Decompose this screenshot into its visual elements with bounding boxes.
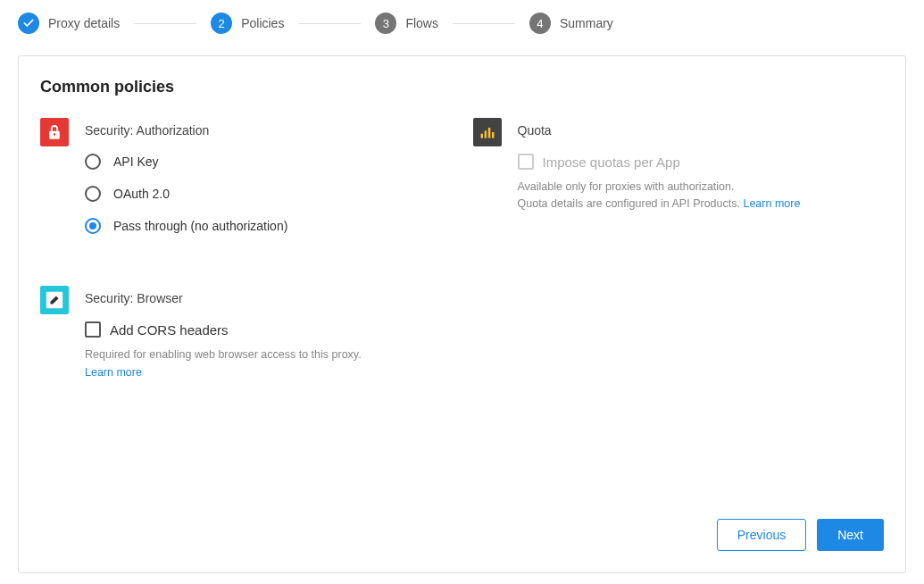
wizard-footer: Previous Next xyxy=(717,519,884,551)
policies-panel: Common policies Security: Authorization … xyxy=(18,55,906,573)
step-connector xyxy=(298,23,361,24)
svg-rect-3 xyxy=(480,134,483,138)
step-flows[interactable]: 3 Flows xyxy=(375,13,438,34)
radio-icon xyxy=(85,154,101,170)
radio-pass-through[interactable]: Pass through (no authorization) xyxy=(85,218,452,234)
radio-icon xyxy=(85,186,101,202)
next-button[interactable]: Next xyxy=(817,519,884,551)
security-auth-title: Security: Authorization xyxy=(85,123,452,138)
pencil-icon xyxy=(40,286,69,314)
step-proxy-details[interactable]: Proxy details xyxy=(18,13,120,34)
quota-help-text-1: Available only for proxies with authoriz… xyxy=(518,179,885,196)
checkbox-icon xyxy=(518,154,534,170)
previous-button[interactable]: Previous xyxy=(717,519,806,551)
step-number-icon: 3 xyxy=(375,13,396,34)
quota-help-text-2-inner: Quota details are configured in API Prod… xyxy=(518,197,744,210)
lock-icon xyxy=(40,118,69,146)
step-label: Policies xyxy=(241,16,284,30)
step-number-icon: 4 xyxy=(529,13,551,34)
checkbox-quota: Impose quotas per App xyxy=(518,154,885,170)
step-policies[interactable]: 2 Policies xyxy=(211,13,284,34)
step-summary[interactable]: 4 Summary xyxy=(529,13,613,34)
security-authorization-section: Security: Authorization API Key OAuth 2.… xyxy=(40,118,452,250)
wizard-stepper: Proxy details 2 Policies 3 Flows 4 Summa… xyxy=(18,13,906,34)
check-icon xyxy=(18,13,39,34)
quota-learn-more-link[interactable]: Learn more xyxy=(743,197,800,210)
checkbox-cors[interactable]: Add CORS headers xyxy=(85,321,452,338)
security-browser-title: Security: Browser xyxy=(85,291,452,305)
bar-chart-icon xyxy=(473,118,502,146)
svg-rect-5 xyxy=(487,128,490,138)
checkbox-label: Add CORS headers xyxy=(110,322,229,338)
radio-oauth[interactable]: OAuth 2.0 xyxy=(85,186,452,202)
svg-rect-6 xyxy=(492,132,495,138)
panel-title: Common policies xyxy=(40,78,884,96)
quota-title: Quota xyxy=(518,123,885,138)
step-connector xyxy=(134,23,196,24)
checkbox-label: Impose quotas per App xyxy=(543,154,680,170)
checkbox-icon xyxy=(85,321,101,338)
svg-point-1 xyxy=(54,133,56,136)
cors-help-text: Required for enabling web browser access… xyxy=(85,346,452,363)
security-browser-section: Security: Browser Add CORS headers Requi… xyxy=(40,286,452,380)
radio-api-key[interactable]: API Key xyxy=(85,154,452,170)
step-label: Flows xyxy=(405,16,438,30)
svg-rect-4 xyxy=(484,130,487,138)
step-connector xyxy=(453,23,515,24)
cors-learn-more-link[interactable]: Learn more xyxy=(85,366,142,379)
radio-icon xyxy=(85,218,101,234)
radio-label: API Key xyxy=(113,154,159,169)
step-label: Proxy details xyxy=(48,16,120,30)
radio-label: OAuth 2.0 xyxy=(113,187,170,201)
step-label: Summary xyxy=(560,16,613,30)
radio-label: Pass through (no authorization) xyxy=(113,219,287,233)
quota-section: Quota Impose quotas per App Available on… xyxy=(473,118,885,213)
quota-help-text-2: Quota details are configured in API Prod… xyxy=(518,196,885,213)
step-number-icon: 2 xyxy=(211,13,232,34)
